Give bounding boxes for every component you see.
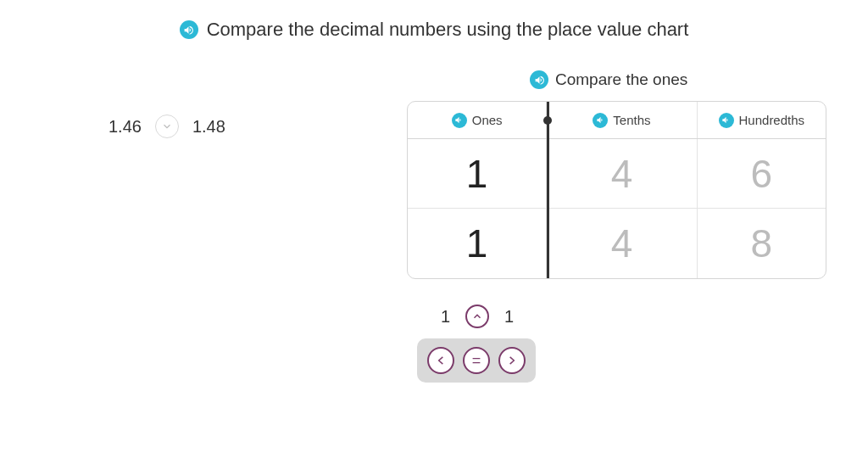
answer-value-b: 1 <box>504 307 514 327</box>
compare-value-a: 1.46 <box>108 117 142 137</box>
header-tenths-label: Tenths <box>613 113 650 127</box>
cell-hundredths: 6 <box>698 139 826 208</box>
header-hundredths-label: Hundredths <box>739 113 805 127</box>
less-than-icon <box>435 355 447 366</box>
chart-header: Ones Tenths Hundredths <box>408 102 826 139</box>
answer-expression: 1 1 <box>405 305 549 328</box>
greater-than-icon <box>506 355 518 366</box>
cell-tenths: 4 <box>547 209 697 278</box>
equals-button[interactable]: = <box>463 347 490 374</box>
chevron-down-icon <box>161 120 173 132</box>
operator-slot[interactable] <box>465 305 489 328</box>
header-ones-label: Ones <box>472 113 503 127</box>
audio-icon[interactable] <box>719 113 734 128</box>
header-tenths: Tenths <box>547 102 697 138</box>
instruction-text: Compare the decimal numbers using the pl… <box>207 19 689 41</box>
decimal-point-icon <box>543 116 552 125</box>
left-column: 1.46 1.48 <box>0 70 407 279</box>
instruction-row: Compare the decimal numbers using the pl… <box>0 0 868 41</box>
answer-value-a: 1 <box>441 307 450 327</box>
content-area: 1.46 1.48 Compare the ones Ones <box>0 70 868 279</box>
equals-icon: = <box>472 353 481 368</box>
compare-value-b: 1.48 <box>192 117 225 137</box>
step-label-text: Compare the ones <box>555 70 687 89</box>
place-value-chart: Ones Tenths Hundredths 1 4 <box>407 101 826 279</box>
answer-block: 1 1 = <box>405 305 868 383</box>
operator-panel: = <box>417 338 536 383</box>
audio-icon[interactable] <box>180 20 198 39</box>
greater-than-button[interactable] <box>498 347 526 374</box>
compare-placeholder[interactable] <box>155 115 179 138</box>
right-column: Compare the ones Ones Tenths <box>407 70 831 279</box>
audio-icon[interactable] <box>530 70 548 89</box>
decimal-divider <box>547 102 549 278</box>
cell-ones: 1 <box>408 139 547 208</box>
step-label-row: Compare the ones <box>530 70 831 89</box>
table-row: 1 4 8 <box>408 209 826 278</box>
compare-expression: 1.46 1.48 <box>108 115 407 138</box>
header-ones: Ones <box>408 102 547 138</box>
cell-ones: 1 <box>408 209 547 278</box>
chevron-up-icon <box>471 310 483 322</box>
audio-icon[interactable] <box>452 113 467 128</box>
audio-icon[interactable] <box>593 113 608 128</box>
less-than-button[interactable] <box>427 347 454 374</box>
header-hundredths: Hundredths <box>698 102 826 138</box>
cell-tenths: 4 <box>547 139 697 208</box>
cell-hundredths: 8 <box>698 209 826 278</box>
table-row: 1 4 6 <box>408 139 826 209</box>
